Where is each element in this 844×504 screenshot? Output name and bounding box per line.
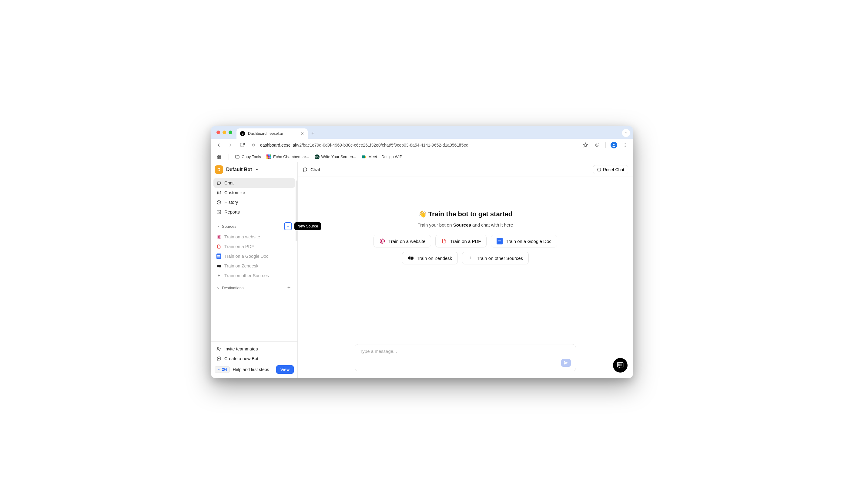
back-button[interactable]	[215, 141, 223, 149]
pdf-icon	[441, 238, 447, 244]
view-help-button[interactable]: View	[276, 365, 294, 374]
source-zendesk[interactable]: Train on Zendesk	[213, 261, 295, 271]
source-label: Train on a Google Doc	[224, 254, 268, 259]
tab-favicon-icon: e	[240, 131, 245, 136]
pdf-icon	[217, 244, 221, 249]
bot-avatar-icon: D	[214, 165, 223, 174]
profile-avatar-icon[interactable]	[610, 142, 617, 148]
send-icon	[564, 360, 568, 365]
source-google-doc[interactable]: Train on a Google Doc	[213, 251, 295, 261]
intercom-icon	[617, 362, 624, 369]
new-tab-button[interactable]: +	[311, 130, 315, 137]
svg-rect-18	[362, 156, 365, 158]
section-label: Sources	[222, 224, 237, 229]
gdoc-icon	[217, 254, 221, 259]
footer-label: Invite teammates	[224, 346, 258, 352]
nav-customize[interactable]: Customize	[213, 188, 295, 197]
reset-chat-button[interactable]: Reset Chat	[593, 165, 628, 174]
nav-history[interactable]: History	[213, 197, 295, 207]
sources-header[interactable]: Sources + New Source	[213, 220, 295, 232]
add-destination-button[interactable]: +	[286, 285, 292, 291]
svg-marker-0	[583, 143, 588, 147]
nav-reports[interactable]: Reports	[213, 207, 295, 217]
source-other[interactable]: + Train on other Sources	[213, 271, 295, 281]
apps-grid-icon[interactable]	[215, 153, 223, 161]
chip-label: Train on a website	[389, 239, 425, 244]
message-input[interactable]: Type a message...	[355, 344, 576, 371]
close-window-icon[interactable]	[217, 130, 220, 134]
svg-marker-19	[365, 156, 366, 158]
window-controls	[217, 130, 232, 134]
source-label: Train on a PDF	[224, 244, 254, 249]
plus-icon: +	[468, 255, 474, 261]
svg-rect-9	[266, 155, 268, 156]
svg-rect-7	[217, 157, 219, 159]
chip-train-gdoc[interactable]: Train on a Google Doc	[491, 235, 557, 248]
intercom-launcher[interactable]	[613, 358, 627, 373]
bot-switcher[interactable]: D Default Bot	[211, 162, 297, 177]
maximize-window-icon[interactable]	[228, 130, 232, 134]
help-label: Help and first steps	[233, 367, 269, 372]
hero-sub-pre: Train your bot on	[418, 222, 453, 228]
site-info-icon[interactable]: ⚙	[250, 141, 257, 149]
source-label: Train on Zendesk	[224, 264, 258, 268]
source-label: Train on a website	[224, 234, 260, 239]
zendesk-icon	[408, 255, 414, 261]
divider	[605, 142, 606, 148]
main-panel: Chat Reset Chat 👋 Train the bot to get s…	[298, 162, 633, 378]
destinations-section: Destinations +	[211, 281, 297, 293]
bookmark-write-your-screen[interactable]: SK Write Your Screen...	[315, 155, 356, 159]
source-website[interactable]: Train on a website	[213, 232, 295, 242]
extensions-icon[interactable]	[593, 141, 601, 149]
bookmark-star-icon[interactable]	[582, 141, 589, 149]
reload-button[interactable]	[238, 141, 245, 149]
browser-tab[interactable]: e Dashboard | eesel.ai ✕	[237, 128, 308, 139]
chat-plus-icon	[217, 356, 221, 361]
chevron-down-icon	[217, 224, 220, 228]
customize-icon	[217, 190, 221, 195]
section-label: Destinations	[222, 286, 244, 290]
chip-train-website[interactable]: Train on a website	[374, 235, 431, 248]
svg-point-22	[220, 192, 221, 192]
hero-subtitle: Train your bot on Sources and chat with …	[418, 222, 513, 228]
chevron-down-icon	[217, 286, 220, 290]
globe-icon	[217, 234, 221, 239]
source-pdf[interactable]: Train on a PDF	[213, 242, 295, 251]
chip-train-other[interactable]: + Train on other Sources	[462, 252, 529, 265]
favicon-icon: SK	[315, 155, 320, 159]
kebab-menu-icon[interactable]	[621, 141, 629, 149]
bookmark-meet-design-wip[interactable]: Meet – Design WIP	[362, 155, 402, 159]
url-bar: ⚙ dashboard.eesel.ai/v2/bac1e79d-0d9f-49…	[211, 139, 633, 151]
refresh-icon	[597, 167, 601, 172]
nav-chat[interactable]: Chat	[213, 178, 295, 188]
url-path: /v2/bac1e79d-0d9f-4969-b30c-c6ce261f32e0…	[296, 143, 468, 147]
address-bar[interactable]: ⚙ dashboard.eesel.ai/v2/bac1e79d-0d9f-49…	[250, 141, 578, 149]
invite-icon	[217, 346, 221, 352]
scrollbar[interactable]	[296, 181, 297, 241]
history-icon	[217, 200, 221, 205]
forward-button[interactable]	[227, 141, 234, 149]
svg-rect-15	[266, 158, 268, 159]
bookmarks-bar: Copy Tools Echo Chambers ar... SK Write …	[211, 151, 633, 162]
close-tab-icon[interactable]: ✕	[300, 131, 304, 136]
invite-teammates[interactable]: Invite teammates	[213, 344, 295, 354]
send-button[interactable]	[561, 359, 571, 367]
chip-train-pdf[interactable]: Train on a PDF	[435, 235, 486, 248]
bookmark-echo-chambers[interactable]: Echo Chambers ar...	[266, 155, 309, 159]
chip-train-zendesk[interactable]: Train on Zendesk	[402, 252, 458, 265]
message-placeholder: Type a message...	[360, 348, 571, 354]
bookmark-copy-tools[interactable]: Copy Tools	[235, 155, 261, 159]
create-new-bot[interactable]: Create a new Bot	[213, 354, 295, 363]
svg-point-2	[625, 143, 626, 144]
add-source-button[interactable]: + New Source	[284, 222, 292, 230]
bookmark-label: Copy Tools	[242, 155, 261, 159]
chat-icon	[217, 181, 221, 185]
svg-rect-17	[270, 158, 271, 159]
svg-point-4	[625, 146, 626, 147]
svg-rect-12	[266, 156, 268, 158]
minimize-window-icon[interactable]	[223, 130, 226, 134]
sidebar-footer: Invite teammates Create a new Bot 2/4 He…	[211, 341, 297, 378]
destinations-header[interactable]: Destinations +	[213, 283, 295, 293]
app-body: D Default Bot Chat Customize History	[211, 162, 633, 378]
tabs-menu-button[interactable]	[622, 129, 630, 137]
